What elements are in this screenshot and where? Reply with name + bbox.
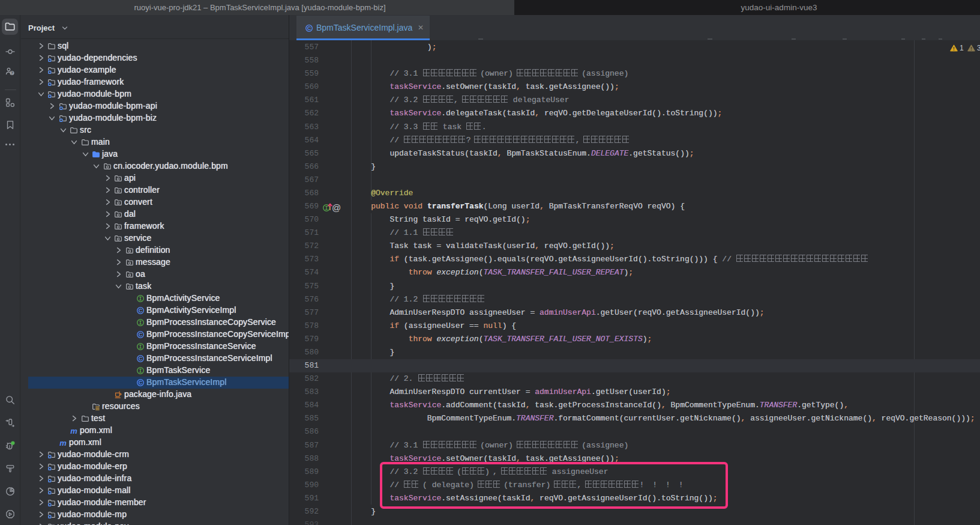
- svg-text:C: C: [139, 356, 143, 362]
- svg-text:C: C: [139, 308, 143, 314]
- svg-text:C: C: [139, 332, 143, 338]
- svg-text:m: m: [59, 439, 67, 447]
- svg-text:C: C: [139, 380, 143, 386]
- svg-text:C: C: [307, 25, 311, 31]
- svg-text:m: m: [70, 426, 77, 435]
